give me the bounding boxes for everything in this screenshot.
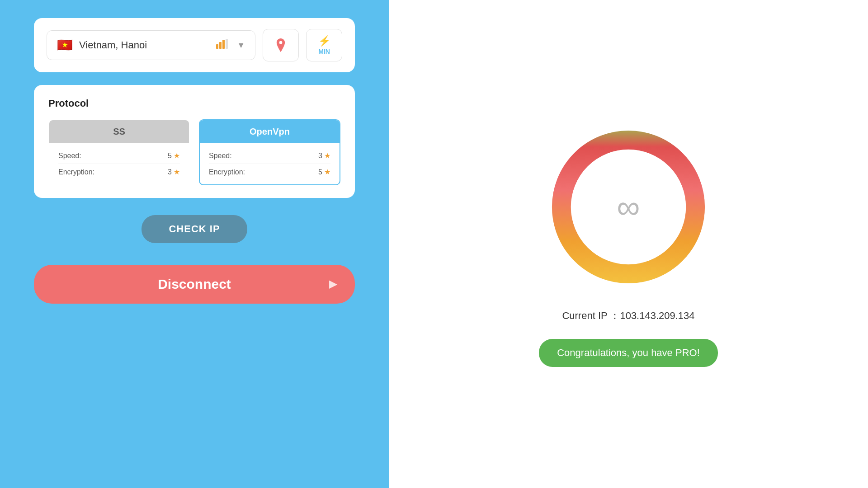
protocol-title: Protocol — [48, 98, 340, 109]
min-button[interactable]: ⚡ MIN — [306, 29, 342, 61]
location-name: Vietnam, Hanoi — [79, 39, 210, 51]
ss-encryption-stat: Encryption: 3 ★ — [58, 164, 180, 180]
current-ip-value: 103.143.209.134 — [620, 310, 694, 321]
right-panel: ∞ Current IP ：103.143.209.134 Congratula… — [389, 0, 868, 488]
disconnect-arrow-icon: ▶ — [329, 278, 337, 290]
protocol-option-ss[interactable]: SS Speed: 5 ★ Encryption: 3 ★ — [48, 119, 190, 185]
ss-speed-stat: Speed: 5 ★ — [58, 148, 180, 164]
openvpn-speed-stat: Speed: 3 ★ — [209, 148, 330, 164]
protocol-ss-header: SS — [49, 120, 189, 143]
ss-speed-label: Speed: — [58, 152, 81, 160]
openvpn-encryption-stat: Encryption: 5 ★ — [209, 164, 330, 180]
svg-rect-1 — [219, 42, 222, 49]
protocol-card: Protocol SS Speed: 5 ★ Encryption: 3 ★ — [34, 85, 355, 198]
protocol-openvpn-header: OpenVpn — [200, 120, 340, 143]
disconnect-label: Disconnect — [158, 277, 231, 292]
current-ip-label: Current IP ： — [562, 310, 620, 321]
donut-inner: ∞ — [617, 191, 640, 223]
location-pin-button[interactable] — [263, 29, 299, 61]
protocol-option-openvpn[interactable]: OpenVpn Speed: 3 ★ Encryption: 5 ★ — [199, 119, 340, 185]
openvpn-encryption-value: 5 ★ — [318, 168, 330, 176]
ss-encryption-label: Encryption: — [58, 168, 94, 176]
check-ip-button[interactable]: CHECK IP — [142, 215, 247, 243]
protocol-ss-stats: Speed: 5 ★ Encryption: 3 ★ — [49, 143, 189, 184]
donut-chart: ∞ — [542, 121, 714, 293]
dropdown-arrow-icon: ▼ — [237, 41, 245, 50]
svg-rect-0 — [216, 44, 218, 49]
disconnect-button[interactable]: Disconnect ▶ — [34, 265, 355, 304]
openvpn-speed-value: 3 ★ — [318, 151, 330, 160]
lightning-icon: ⚡ — [318, 35, 330, 47]
svg-rect-3 — [226, 39, 228, 49]
flag-icon: 🇻🇳 — [57, 39, 73, 52]
location-card: 🇻🇳 Vietnam, Hanoi ▼ ⚡ MIN — [34, 18, 355, 72]
protocol-openvpn-stats: Speed: 3 ★ Encryption: 5 ★ — [200, 143, 340, 184]
location-selector[interactable]: 🇻🇳 Vietnam, Hanoi ▼ — [47, 30, 255, 60]
congrats-badge[interactable]: Congratulations, you have PRO! — [539, 339, 718, 367]
min-label: MIN — [318, 48, 330, 55]
pin-icon — [274, 38, 288, 52]
current-ip-display: Current IP ：103.143.209.134 — [562, 309, 694, 323]
openvpn-encryption-label: Encryption: — [209, 168, 245, 176]
infinity-icon: ∞ — [617, 191, 640, 223]
protocol-options: SS Speed: 5 ★ Encryption: 3 ★ OpenVpn — [48, 119, 340, 185]
openvpn-speed-label: Speed: — [209, 152, 232, 160]
left-panel: 🇻🇳 Vietnam, Hanoi ▼ ⚡ MIN — [0, 0, 389, 488]
ss-encryption-value: 3 ★ — [168, 168, 180, 176]
signal-icon — [216, 39, 228, 52]
ss-speed-value: 5 ★ — [168, 151, 180, 160]
svg-rect-2 — [222, 40, 225, 49]
